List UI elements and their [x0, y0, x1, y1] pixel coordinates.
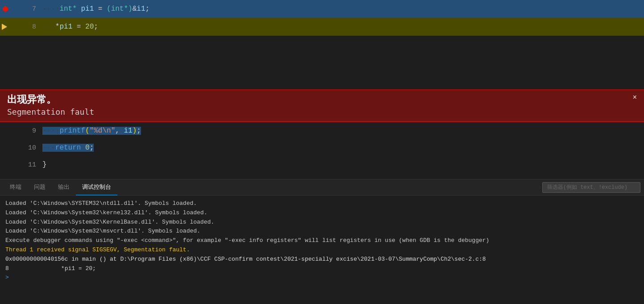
tok-id-pi1: pi1: [81, 5, 94, 13]
line-number-7: 7: [32, 5, 36, 13]
panel-tabs: 终端 问题 输出 调试控制台 筛选器(例如 text、!exclude): [0, 179, 644, 196]
tab-problems[interactable]: 问题: [28, 179, 52, 196]
tok-type: int*: [59, 5, 76, 13]
code-content-7: ····int* pi1 = (int*)&i1;: [42, 5, 644, 13]
code-content-11: }: [42, 161, 644, 169]
editor-lower: 9 ····printf("%d\n", i1); 10 ···return 0…: [0, 122, 644, 173]
code-line-10: 10 ···return 0;: [0, 139, 644, 156]
tab-terminal[interactable]: 终端: [4, 179, 28, 196]
console-line-2: Loaded 'C:\Windows\System32\kernel32.dll…: [5, 208, 639, 218]
line-gutter-9: 9: [0, 127, 42, 135]
line-number-9: 9: [32, 127, 36, 135]
bottom-panel: 终端 问题 输出 调试控制台 筛选器(例如 text、!exclude) Loa…: [0, 179, 644, 304]
tab-output[interactable]: 输出: [52, 179, 76, 196]
console-line-5: Execute debugger commands using "-exec <…: [5, 236, 639, 246]
line-gutter-7: 7: [0, 5, 42, 13]
filter-input[interactable]: 筛选器(例如 text、!exclude): [542, 182, 640, 193]
code-content-8: ···*pi1 = 20;: [42, 23, 644, 31]
execution-arrow: [2, 24, 7, 30]
line-gutter-11: 11: [0, 161, 42, 169]
line-number-8: 8: [32, 23, 36, 31]
console-line-coderef: 8 *pi1 = 20;: [5, 264, 639, 274]
console-line-signal: Thread 1 received signal SIGSEGV, Segmen…: [5, 246, 639, 255]
console-line-addr: 0x000000000040156c in main () at D:\Prog…: [5, 255, 639, 264]
code-line-7: 7 ····int* pi1 = (int*)&i1;: [0, 0, 644, 18]
code-content-9: ····printf("%d\n", i1);: [42, 127, 644, 135]
breakpoint-indicator: [3, 6, 8, 12]
exception-banner: 出现异常。 Segmentation fault ×: [0, 89, 644, 122]
console-line-1: Loaded 'C:\Windows\SYSTEM32\ntdll.dll'. …: [5, 199, 639, 208]
console-prompt: >: [5, 273, 639, 283]
line-gutter-10: 10: [0, 144, 42, 152]
code-line-8: 8 ···*pi1 = 20;: [0, 18, 644, 36]
code-content-10: ···return 0;: [42, 144, 644, 152]
code-line-11: 11 }: [0, 156, 644, 173]
console-output: Loaded 'C:\Windows\SYSTEM32\ntdll.dll'. …: [0, 196, 644, 304]
tab-debug-console[interactable]: 调试控制台: [76, 179, 117, 196]
console-line-3: Loaded 'C:\Windows\System32\KernelBase.d…: [5, 218, 639, 227]
editor-area: 7 ····int* pi1 = (int*)&i1; 8 ···*pi1 = …: [0, 0, 644, 89]
line-number-10: 10: [28, 144, 36, 152]
exception-close-button[interactable]: ×: [632, 94, 637, 102]
console-line-4: Loaded 'C:\Windows\System32\msvcrt.dll'.…: [5, 227, 639, 236]
code-line-9: 9 ····printf("%d\n", i1);: [0, 122, 644, 139]
line-gutter-8: 8: [0, 23, 42, 31]
exception-title: 出现异常。: [7, 93, 637, 106]
line-number-11: 11: [28, 161, 36, 169]
exception-subtitle: Segmentation fault: [7, 107, 637, 117]
indent: ····: [42, 5, 59, 13]
